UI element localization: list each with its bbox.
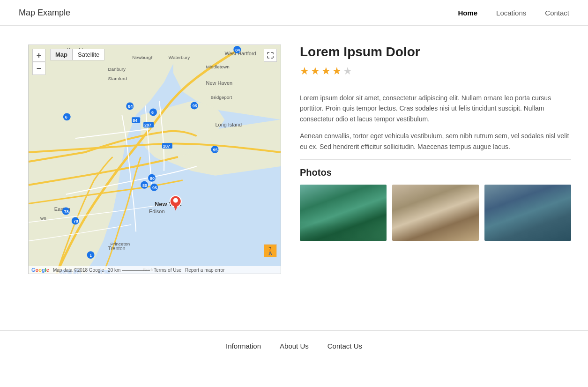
svg-text:80: 80 bbox=[150, 176, 155, 181]
footer-link-about[interactable]: About Us bbox=[280, 342, 309, 350]
svg-text:95: 95 bbox=[152, 186, 157, 190]
map-data-text: Map data ©2018 Google bbox=[53, 268, 104, 273]
star-rating: ★ ★ ★ ★ ★ bbox=[300, 65, 571, 77]
svg-text:84: 84 bbox=[235, 48, 240, 52]
photo-1[interactable] bbox=[300, 185, 387, 241]
photo-3[interactable] bbox=[484, 185, 571, 241]
info-title: Lorem Ipsum Dolor bbox=[300, 45, 571, 60]
svg-text:6: 6 bbox=[65, 115, 67, 119]
nav-home[interactable]: Home bbox=[458, 9, 477, 17]
svg-text:84: 84 bbox=[128, 104, 133, 109]
zoom-out-button[interactable]: − bbox=[32, 62, 45, 75]
svg-text:Edison: Edison bbox=[149, 208, 164, 214]
svg-text:287: 287 bbox=[144, 123, 151, 127]
svg-text:Danbury: Danbury bbox=[108, 67, 126, 72]
zoom-in-button[interactable]: + bbox=[32, 49, 45, 62]
map-zoom-controls: + − bbox=[32, 49, 45, 75]
main-content: Poughkeepsie Newburgh Waterbury West Har… bbox=[0, 26, 588, 293]
photos-grid bbox=[300, 185, 571, 241]
map-type-controls: Map Satellite bbox=[50, 49, 104, 60]
svg-text:New Haven: New Haven bbox=[206, 80, 233, 86]
svg-text:1: 1 bbox=[90, 253, 92, 258]
svg-text:Waterbury: Waterbury bbox=[169, 55, 190, 60]
star-5: ★ bbox=[343, 65, 352, 77]
svg-text:Newburgh: Newburgh bbox=[132, 55, 153, 60]
person-icon: 🚶 bbox=[266, 246, 275, 255]
info-area: Lorem Ipsum Dolor ★ ★ ★ ★ ★ Lorem ipsum … bbox=[300, 45, 571, 274]
svg-text:6: 6 bbox=[151, 110, 154, 115]
google-logo: Google bbox=[31, 267, 49, 273]
svg-text:wn: wn bbox=[40, 216, 46, 221]
star-4: ★ bbox=[332, 65, 342, 77]
svg-text:Bridgeport: Bridgeport bbox=[211, 95, 232, 100]
footer: Information About Us Contact Us bbox=[0, 330, 588, 361]
svg-text:80: 80 bbox=[142, 183, 147, 188]
svg-text:84: 84 bbox=[133, 118, 137, 123]
map-report-link[interactable]: Report a map error bbox=[185, 268, 224, 273]
photo-2[interactable] bbox=[392, 185, 479, 241]
svg-text:78: 78 bbox=[74, 219, 78, 223]
star-3: ★ bbox=[321, 65, 331, 77]
map-streetview-button[interactable]: 🚶 bbox=[264, 244, 277, 257]
divider-2 bbox=[300, 159, 571, 160]
svg-text:95: 95 bbox=[193, 104, 197, 108]
svg-text:78: 78 bbox=[64, 209, 69, 214]
svg-text:Princeton: Princeton bbox=[110, 241, 130, 246]
map-scale-bar: 20 km —————— bbox=[108, 268, 150, 273]
app-logo: Map Example bbox=[19, 8, 70, 18]
map-expand-button[interactable] bbox=[264, 49, 277, 62]
star-1: ★ bbox=[300, 65, 309, 77]
divider-1 bbox=[300, 85, 571, 85]
map-view[interactable]: Poughkeepsie Newburgh Waterbury West Har… bbox=[29, 45, 281, 274]
map-type-map-button[interactable]: Map bbox=[50, 49, 73, 60]
info-paragraph-2: Aenean convallis, tortor eget vehicula v… bbox=[300, 131, 571, 152]
svg-text:Stamford: Stamford bbox=[108, 76, 127, 81]
svg-text:287: 287 bbox=[163, 144, 170, 149]
svg-point-64 bbox=[173, 198, 178, 203]
photos-title: Photos bbox=[300, 167, 571, 178]
star-2: ★ bbox=[311, 65, 320, 77]
map-type-satellite-button[interactable]: Satellite bbox=[73, 49, 104, 60]
footer-link-information[interactable]: Information bbox=[226, 342, 261, 350]
map-container: Poughkeepsie Newburgh Waterbury West Har… bbox=[28, 45, 281, 274]
navbar: Map Example Home Locations Contact bbox=[0, 0, 588, 26]
info-paragraph-1: Lorem ipsum dolor sit amet, consectetur … bbox=[300, 93, 571, 124]
nav-locations[interactable]: Locations bbox=[496, 9, 526, 17]
svg-text:95: 95 bbox=[213, 148, 217, 152]
svg-text:Long Island: Long Island bbox=[215, 122, 242, 127]
footer-link-contact[interactable]: Contact Us bbox=[327, 342, 362, 350]
nav-contact[interactable]: Contact bbox=[545, 9, 569, 17]
map-footer: Google Map data ©2018 Google 20 km —————… bbox=[29, 266, 281, 274]
map-terms-link[interactable]: Terms of Use bbox=[154, 268, 181, 273]
nav-links: Home Locations Contact bbox=[458, 9, 569, 17]
svg-text:Middletown: Middletown bbox=[206, 64, 230, 69]
